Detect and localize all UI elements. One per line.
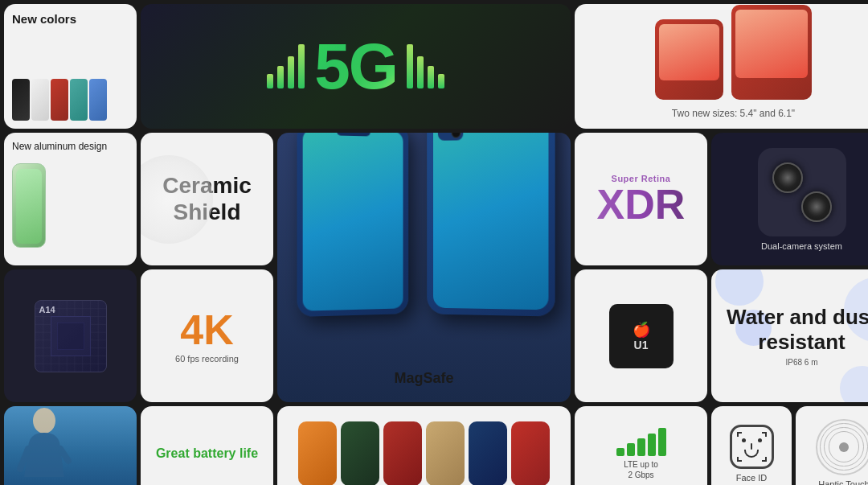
card-faceid: Face ID <box>711 406 792 485</box>
phone-green <box>70 79 88 121</box>
phone-small-blue <box>297 133 409 317</box>
camera-bump <box>438 133 463 141</box>
card-lte: LTE up to 2 Gbps <box>575 406 707 485</box>
haptic-visual <box>816 419 868 475</box>
main-grid: New colors 5G <box>0 0 868 485</box>
cam2 <box>452 133 461 138</box>
card-battery: Great battery life <box>141 406 273 485</box>
case-tan <box>426 421 465 485</box>
card-smart-hdr: Smart HDR 3 <box>4 406 137 485</box>
card-new-colors: New colors <box>4 4 137 129</box>
aluminum-label: New aluminum design <box>12 141 107 154</box>
water-text: Water and dust resistant <box>711 305 868 355</box>
sig-bar-r3 <box>417 56 424 88</box>
large-phone-screen <box>735 10 808 78</box>
dual-camera-label: Dual-camera system <box>761 241 842 251</box>
case-green <box>341 421 379 485</box>
large-phone <box>731 5 812 100</box>
card-aluminum: New aluminum design <box>4 133 137 265</box>
faceid-icon <box>730 425 774 469</box>
dual-camera-visual <box>758 148 846 236</box>
5g-text: 5G <box>314 35 397 99</box>
person-silhouette <box>12 406 76 485</box>
case-orange <box>298 421 337 485</box>
sig-bar-r1 <box>438 74 444 88</box>
lens-2 <box>801 191 832 222</box>
aluminum-phone-screen <box>16 169 42 244</box>
small-phone-screen <box>659 24 719 80</box>
u1-chip-visual: 🍎 U1 <box>609 304 674 368</box>
card-ceramic: Ceramic Shield <box>141 133 273 265</box>
drop-1 <box>715 269 764 306</box>
card-magsafe-cases <box>277 406 571 485</box>
card-xdr: Super Retina XDR <box>575 133 707 265</box>
two-sizes-label: Two new sizes: 5.4" and 6.1" <box>672 108 795 119</box>
case-red <box>383 421 422 485</box>
new-colors-label: New colors <box>12 12 76 27</box>
card-4k: 4K 60 fps recording <box>141 269 273 402</box>
corner-tr <box>762 432 767 437</box>
small-phone <box>655 19 723 100</box>
face-arc <box>744 450 759 458</box>
phone-large-blue <box>427 133 555 317</box>
corner-tl <box>737 432 742 437</box>
lte-bars <box>616 428 666 456</box>
two-sizes-phones <box>647 4 820 108</box>
color-phones-row <box>12 79 107 121</box>
sig-bar-4 <box>298 44 305 88</box>
water-sub: IP68 6 m <box>785 358 817 367</box>
lens-1 <box>772 162 803 193</box>
lte-bar-3 <box>637 438 645 456</box>
battery-label: Great battery life <box>148 438 266 469</box>
card-phones: MagSafe <box>277 133 571 402</box>
sig-bar-r4 <box>407 44 413 88</box>
phones-container <box>277 133 571 364</box>
4k-sub: 60 fps recording <box>175 354 239 364</box>
case-navy <box>469 421 507 485</box>
cases-row <box>292 415 556 485</box>
face-dot-right <box>758 438 762 442</box>
signal-bars-right <box>407 44 444 88</box>
card-haptic: Haptic Touch <box>796 406 868 485</box>
5g-content: 5G <box>267 35 444 99</box>
smart-hdr-bg: Smart HDR 3 <box>4 406 137 485</box>
sig-bar-r2 <box>428 66 434 88</box>
faceid-label: Face ID <box>736 473 768 483</box>
haptic-ring-3 <box>829 431 859 462</box>
card-dual-camera: Dual-camera system <box>711 133 868 265</box>
u1-apple-icon: 🍎 <box>633 321 650 339</box>
svg-rect-17 <box>57 323 84 349</box>
drop-4 <box>840 366 868 402</box>
corner-bl <box>737 457 742 462</box>
card-a14: A14 <box>4 269 137 402</box>
phone-small-screen <box>303 133 403 311</box>
sig-bar-2 <box>277 66 284 88</box>
phone-red <box>51 79 68 121</box>
sig-bar-1 <box>267 74 273 88</box>
faceid-inner <box>737 432 767 462</box>
a14-chip-visual: A14 <box>35 300 107 372</box>
xdr-text: XDR <box>597 183 686 225</box>
phone-white <box>31 79 49 121</box>
phone-black <box>12 79 30 121</box>
u1-label: U1 <box>634 339 649 351</box>
face-nose <box>751 443 752 450</box>
aluminum-phone <box>12 163 46 248</box>
svg-point-18 <box>33 408 55 434</box>
case-coral <box>511 421 550 485</box>
card-two-sizes: Two new sizes: 5.4" and 6.1" <box>575 4 868 129</box>
chip-lines-svg <box>35 301 106 372</box>
signal-bars-left <box>267 44 305 88</box>
lens-2-inner <box>810 200 823 213</box>
ceramic-bg-circle <box>141 155 213 244</box>
haptic-label: Haptic Touch <box>818 479 868 486</box>
phone-blue <box>89 79 107 121</box>
corner-br <box>762 457 767 462</box>
face-dot-left <box>742 438 746 442</box>
lte-bar-1 <box>616 448 624 456</box>
magsafe-label: MagSafe <box>394 364 453 391</box>
dual-cam-lenses <box>766 156 838 228</box>
lte-bar-5 <box>658 428 666 456</box>
phone-large-screen <box>433 133 548 310</box>
lte-text: LTE up to 2 Gbps <box>624 459 658 480</box>
